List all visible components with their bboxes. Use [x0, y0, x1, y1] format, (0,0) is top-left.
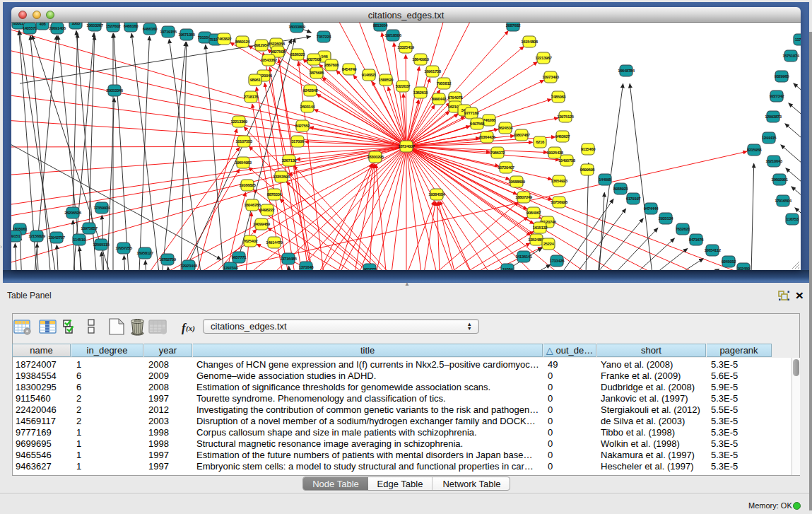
svg-text:11712: 11712	[795, 37, 801, 42]
